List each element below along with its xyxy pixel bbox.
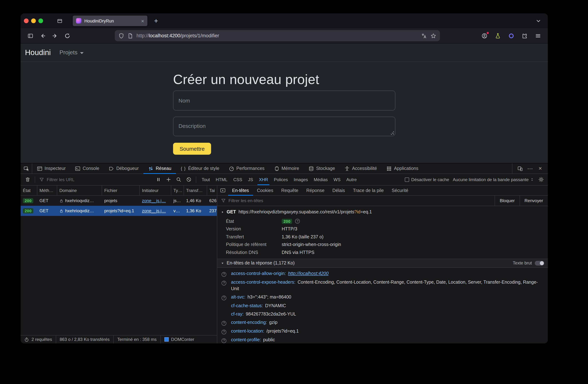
clear-requests-trash-icon[interactable] <box>23 175 32 184</box>
filter-js[interactable]: JS <box>245 174 256 185</box>
raw-text-toggle[interactable] <box>535 261 544 265</box>
details-tab-reponse[interactable]: Réponse <box>302 185 328 195</box>
block-icon[interactable] <box>184 175 193 184</box>
disable-cache-checkbox[interactable]: Désactiver le cache <box>405 177 449 182</box>
devtools-tab-reseau[interactable]: Réseau <box>143 163 176 174</box>
network-settings-gear-icon[interactable] <box>536 175 546 184</box>
block-request-button[interactable]: Bloquer <box>495 196 520 206</box>
help-icon[interactable] <box>222 272 226 277</box>
filter-html[interactable]: HTML <box>213 174 230 185</box>
url-path: /projets/1/modifier <box>180 33 219 38</box>
filter-css[interactable]: CSS <box>231 174 245 185</box>
maximize-window-button[interactable] <box>38 19 43 23</box>
devtools-tab-applications[interactable]: Applications <box>382 163 423 174</box>
details-tab-delais[interactable]: Délais <box>328 185 349 195</box>
request-initiator-link[interactable]: zone__js.j… <box>142 198 166 203</box>
close-window-button[interactable] <box>24 19 29 23</box>
column-taille[interactable]: Tai <box>207 185 217 195</box>
node-picker-icon[interactable] <box>21 163 32 174</box>
column-transfert[interactable]: Transf… <box>184 185 207 195</box>
url-bar[interactable]: http://localhost:4200/projets/1/modifier <box>115 30 440 41</box>
help-icon[interactable] <box>222 281 226 285</box>
response-headers-section-header[interactable]: En-têtes de la réponse (1,172 Ko) Texte … <box>217 258 548 268</box>
details-tab-trace-de-la-pile[interactable]: Trace de la pile <box>349 185 388 195</box>
column-methode[interactable]: Méth… <box>37 185 57 195</box>
headers-filter-placeholder[interactable]: Filtrer les en-têtes <box>229 198 263 203</box>
help-icon[interactable] <box>222 295 226 300</box>
firefox-view-icon[interactable] <box>25 30 36 41</box>
tab-close-icon[interactable]: × <box>141 18 144 23</box>
add-icon[interactable] <box>164 175 173 184</box>
nav-projects-link[interactable]: Projets <box>59 49 84 56</box>
request-summary-row[interactable]: GET https://hxehrioqvdizbmgaxyey.supabas… <box>217 206 548 217</box>
details-tab-requete[interactable]: Requête <box>277 185 302 195</box>
lock-icon <box>59 209 63 213</box>
description-textarea[interactable] <box>173 117 395 136</box>
devtools-tab-debogueur[interactable]: Débogueur <box>104 163 144 174</box>
new-tab-button[interactable]: + <box>151 16 161 26</box>
summary-label: Résolution DNS <box>217 250 282 255</box>
devtools-tab-performances[interactable]: Performances <box>224 163 269 174</box>
request-initiator-link[interactable]: zone__js.j… <box>142 208 166 213</box>
flask-extension-icon[interactable] <box>492 30 503 41</box>
devtools-close-icon[interactable]: × <box>536 164 545 173</box>
tab-overview-icon[interactable] <box>55 16 65 26</box>
submit-button[interactable]: Soumettre <box>173 143 211 155</box>
filter-medias[interactable]: Médias <box>311 174 331 185</box>
filter-tout[interactable]: Tout <box>199 174 213 185</box>
shield-icon[interactable] <box>118 33 124 39</box>
devtools-tab-memoire[interactable]: Mémoire <box>269 163 304 174</box>
column-type[interactable]: Ty… <box>171 185 184 195</box>
bookmark-star-icon[interactable] <box>430 33 436 39</box>
request-row[interactable]: 200 GET hxehrioqvdiz… projets zone__js.j… <box>21 196 217 206</box>
forward-button[interactable] <box>50 30 61 41</box>
details-tab-securite[interactable]: Sécurité <box>388 185 412 195</box>
details-tab-en-tetes[interactable]: En-têtes <box>228 185 253 195</box>
extensions-puzzle-icon[interactable] <box>519 30 530 41</box>
name-input[interactable] <box>173 90 395 111</box>
back-button[interactable] <box>37 30 48 41</box>
filter-ws[interactable]: WS <box>331 174 343 185</box>
search-icon[interactable] <box>174 175 183 184</box>
filter-images[interactable]: Images <box>291 174 311 185</box>
reload-button[interactable] <box>62 30 73 41</box>
header-value: public <box>263 337 275 342</box>
filter-autre[interactable]: Autre <box>343 174 359 185</box>
header-value-link[interactable]: http://localhost:4200 <box>288 271 329 276</box>
responsive-mode-icon[interactable] <box>515 164 525 173</box>
filter-xhr[interactable]: XHR <box>256 174 271 185</box>
column-initiateur[interactable]: Initiateur <box>140 185 171 195</box>
devtools-tab-accessibilite[interactable]: Accessibilité <box>340 163 382 174</box>
url-filter-input[interactable]: Filtrer les URL <box>38 177 153 182</box>
help-icon[interactable] <box>222 330 226 334</box>
account-icon[interactable] <box>479 30 490 41</box>
devtools-tab-inspecteur[interactable]: Inspecteur <box>32 163 70 174</box>
menu-icon[interactable] <box>533 30 544 41</box>
devtools-tab-stockage[interactable]: Stockage <box>304 163 340 174</box>
panel-toggle-icon[interactable] <box>217 185 228 195</box>
column-domaine[interactable]: Domaine <box>57 185 102 195</box>
translate-icon[interactable] <box>421 33 427 39</box>
devtools-tab-editeur-de-style[interactable]: { }Éditeur de style <box>176 163 224 174</box>
pause-icon[interactable] <box>153 175 163 184</box>
details-tab-cookies[interactable]: Cookies <box>253 185 277 195</box>
devtools-more-icon[interactable]: ⋯ <box>525 164 535 173</box>
help-icon[interactable] <box>222 338 226 343</box>
devtools-tab-console[interactable]: Console <box>70 163 104 174</box>
ring-extension-icon[interactable] <box>506 30 517 41</box>
stopwatch-icon[interactable] <box>24 337 29 342</box>
caret-right-icon[interactable] <box>221 210 224 214</box>
caret-down-icon[interactable] <box>221 261 224 265</box>
column-fichier[interactable]: Fichier <box>102 185 140 195</box>
resend-request-button[interactable]: Renvoyer <box>519 196 548 206</box>
tab-list-chevron-icon[interactable] <box>533 16 544 26</box>
minimize-window-button[interactable] <box>31 19 36 23</box>
page-info-icon[interactable] <box>127 33 133 39</box>
filter-polices[interactable]: Polices <box>271 174 291 185</box>
throttling-select[interactable]: Aucune limitation de la bande passante <box>453 177 534 182</box>
help-icon[interactable] <box>295 219 300 224</box>
help-icon[interactable] <box>222 321 226 325</box>
browser-tab[interactable]: HoudiniDryRun × <box>73 16 147 26</box>
request-row-selected[interactable]: 200 GET hxehrioqvdiz… projets?id=eq.1 zo… <box>21 206 217 216</box>
column-etat[interactable]: État <box>21 185 37 195</box>
